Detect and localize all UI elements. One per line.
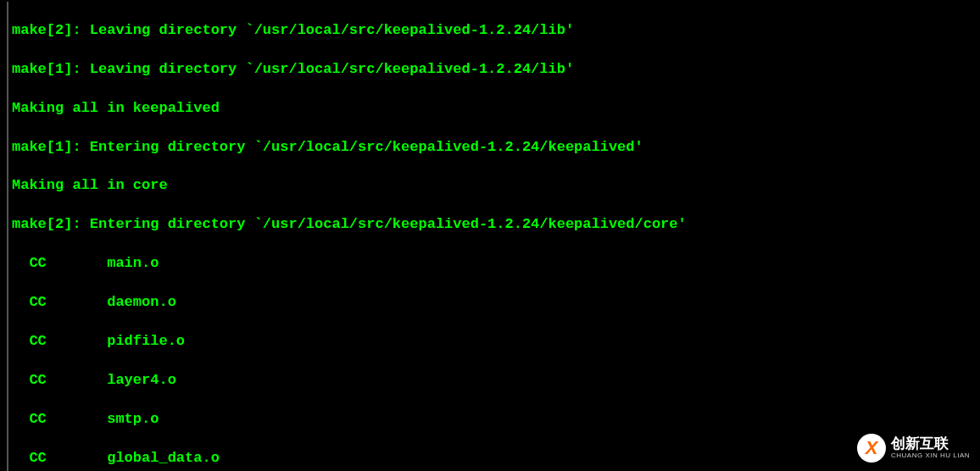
terminal-line: CC layer4.o [12, 371, 980, 391]
terminal-line: make[2]: Leaving directory `/usr/local/s… [12, 21, 980, 41]
terminal-line: CC pidfile.o [12, 332, 980, 352]
terminal-line: make[1]: Leaving directory `/usr/local/s… [12, 60, 980, 80]
terminal-line: Making all in core [12, 176, 980, 196]
terminal-line: CC main.o [12, 254, 980, 274]
watermark: X 创新互联 CHUANG XIN HU LIAN [857, 434, 970, 463]
watermark-text: 创新互联 CHUANG XIN HU LIAN [891, 436, 970, 459]
terminal-line: make[1]: Entering directory `/usr/local/… [12, 138, 980, 158]
terminal-line: CC smtp.o [12, 410, 980, 429]
watermark-logo-icon: X [857, 434, 886, 463]
watermark-logo-letter: X [866, 439, 878, 457]
terminal-line: Making all in keepalived [12, 99, 980, 119]
terminal-line: CC daemon.o [12, 293, 980, 313]
terminal-line: make[2]: Entering directory `/usr/local/… [12, 215, 980, 235]
watermark-en-text: CHUANG XIN HU LIAN [891, 452, 970, 460]
watermark-cn-text: 创新互联 [891, 436, 970, 452]
terminal-line: CC global_data.o [12, 449, 980, 468]
terminal-output[interactable]: make[2]: Leaving directory `/usr/local/s… [7, 2, 980, 471]
